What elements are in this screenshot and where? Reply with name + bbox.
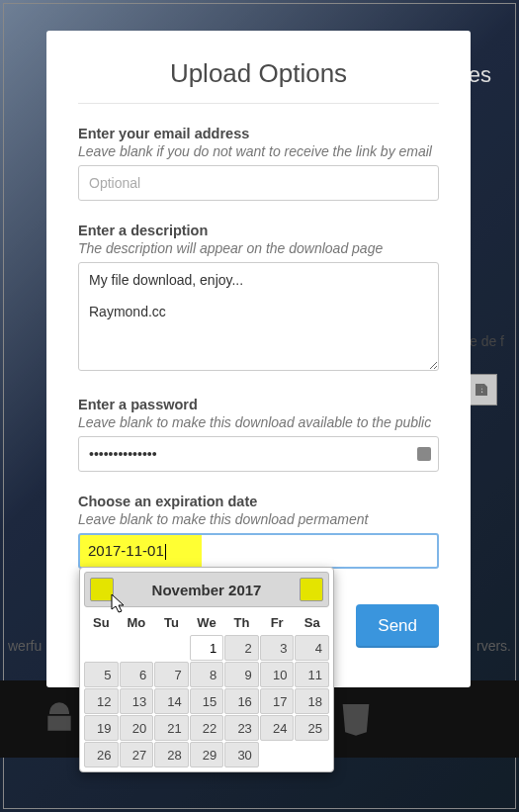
datepicker-dow: We [190, 611, 224, 634]
datepicker-day[interactable]: 8 [190, 662, 224, 687]
email-field-group: Enter your email address Leave blank if … [78, 126, 439, 201]
css3-icon [336, 699, 376, 739]
expiration-date-input[interactable]: 2017-11-01 [78, 533, 439, 569]
bg-text-fragment: es [469, 62, 491, 88]
datepicker-day[interactable]: 5 [84, 662, 119, 687]
datepicker-empty-cell [120, 635, 154, 661]
password-field-group: Enter a password Leave blank to make thi… [78, 397, 439, 472]
datepicker-day[interactable]: 1 [190, 635, 224, 661]
description-hint: The description will appear on the downl… [78, 240, 439, 256]
email-input[interactable] [78, 165, 439, 201]
datepicker-dow: Su [84, 611, 119, 634]
modal-title: Upload Options [78, 58, 439, 89]
datepicker-day[interactable]: 9 [224, 662, 259, 687]
description-field-group: Enter a description The description will… [78, 223, 439, 375]
datepicker-day[interactable]: 28 [154, 742, 189, 767]
datepicker-day[interactable]: 12 [84, 688, 119, 714]
datepicker-title: November 2017 [114, 582, 300, 598]
datepicker-empty-cell [84, 635, 119, 661]
datepicker-day[interactable]: 7 [154, 662, 189, 687]
datepicker-day[interactable]: 10 [260, 662, 295, 687]
bg-text-fragment: werfu [8, 638, 42, 654]
datepicker-dow: Fr [260, 611, 295, 634]
expiration-field-group: Choose an expiration date Leave blank to… [78, 494, 439, 569]
datepicker-day[interactable]: 16 [224, 688, 259, 714]
datepicker-header: November 2017 [84, 572, 329, 607]
datepicker-day[interactable]: 6 [120, 662, 154, 687]
datepicker-day[interactable]: 4 [295, 635, 329, 661]
datepicker-day[interactable]: 19 [84, 715, 119, 741]
datepicker-day[interactable]: 3 [260, 635, 295, 661]
email-label: Enter your email address [78, 126, 439, 141]
datepicker-dow: Tu [154, 611, 189, 634]
datepicker-day[interactable]: 22 [190, 715, 224, 741]
datepicker-day[interactable]: 24 [260, 715, 295, 741]
send-button[interactable]: Send [356, 604, 439, 648]
password-input[interactable] [78, 436, 439, 472]
datepicker-dow: Mo [120, 611, 154, 634]
expiration-label: Choose an expiration date [78, 494, 439, 509]
datepicker-day[interactable]: 18 [295, 688, 329, 714]
datepicker-prev-button[interactable] [90, 578, 114, 601]
datepicker-day[interactable]: 26 [84, 742, 119, 767]
email-hint: Leave blank if you do not want to receiv… [78, 143, 439, 159]
datepicker-day[interactable]: 20 [120, 715, 154, 741]
description-label: Enter a description [78, 223, 439, 238]
datepicker-day[interactable]: 11 [295, 662, 329, 687]
datepicker-day[interactable]: 21 [154, 715, 189, 741]
bg-text-fragment: rvers. [476, 638, 511, 654]
datepicker-day[interactable]: 14 [154, 688, 189, 714]
datepicker-day[interactable]: 23 [224, 715, 259, 741]
datepicker-day[interactable]: 30 [224, 742, 259, 767]
password-reveal-icon[interactable] [417, 447, 431, 461]
divider [78, 103, 439, 104]
datepicker-day[interactable]: 13 [120, 688, 154, 714]
datepicker-day[interactable]: 25 [295, 715, 329, 741]
datepicker-empty-cell [154, 635, 189, 661]
datepicker-next-button[interactable] [300, 578, 323, 601]
datepicker-day[interactable]: 29 [190, 742, 224, 767]
datepicker-dow: Th [224, 611, 259, 634]
password-hint: Leave blank to make this download availa… [78, 414, 439, 430]
datepicker-day[interactable]: 17 [260, 688, 295, 714]
password-label: Enter a password [78, 397, 439, 412]
expiration-hint: Leave blank to make this download permam… [78, 511, 439, 527]
datepicker-dow: Sa [295, 611, 329, 634]
description-textarea[interactable] [78, 262, 439, 371]
datepicker-grid: SuMoTuWeThFrSa12345678910111213141516171… [84, 611, 329, 767]
datepicker-day[interactable]: 2 [224, 635, 259, 661]
datepicker-day[interactable]: 27 [120, 742, 154, 767]
datepicker-popup: November 2017 SuMoTuWeThFrSa123456789101… [79, 567, 334, 772]
datepicker-day[interactable]: 15 [190, 688, 224, 714]
android-icon [40, 699, 79, 739]
text-caret [165, 544, 166, 560]
